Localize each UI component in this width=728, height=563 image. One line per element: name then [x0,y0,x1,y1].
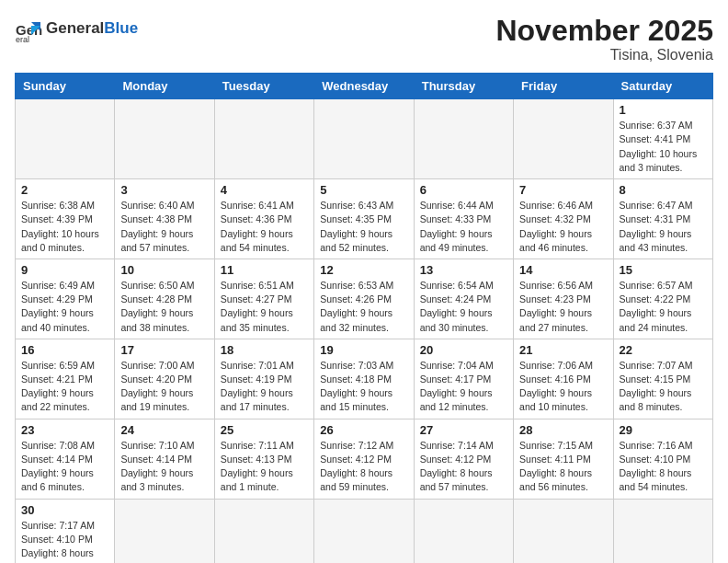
location-title: Tisina, Slovenia [495,47,713,63]
table-row: 3Sunrise: 6:40 AM Sunset: 4:38 PM Daylig… [115,179,214,259]
table-row: 9Sunrise: 6:49 AM Sunset: 4:29 PM Daylig… [16,259,115,339]
day-info: Sunrise: 7:15 AM Sunset: 4:11 PM Dayligh… [519,439,607,495]
table-row: 17Sunrise: 7:00 AM Sunset: 4:20 PM Dayli… [115,339,214,419]
table-row [613,499,712,563]
table-row [314,499,414,563]
day-info: Sunrise: 7:00 AM Sunset: 4:20 PM Dayligh… [120,359,208,415]
day-number: 24 [120,423,208,437]
day-info: Sunrise: 7:17 AM Sunset: 4:10 PM Dayligh… [21,519,108,563]
day-info: Sunrise: 7:10 AM Sunset: 4:14 PM Dayligh… [120,439,208,495]
day-info: Sunrise: 6:50 AM Sunset: 4:28 PM Dayligh… [120,279,208,335]
header-monday: Monday [115,74,214,99]
day-number: 30 [21,503,108,517]
day-info: Sunrise: 6:53 AM Sunset: 4:26 PM Dayligh… [320,279,407,335]
day-number: 1 [620,103,707,117]
table-row [214,99,313,179]
day-number: 11 [221,263,308,277]
table-row [115,499,214,563]
day-info: Sunrise: 6:59 AM Sunset: 4:21 PM Dayligh… [21,359,108,415]
day-info: Sunrise: 7:06 AM Sunset: 4:16 PM Dayligh… [519,359,607,415]
day-number: 25 [221,423,308,437]
logo-icon: Gen eral [15,15,42,42]
logo-text: GeneralBlue [46,20,138,38]
table-row: 7Sunrise: 6:46 AM Sunset: 4:32 PM Daylig… [514,179,613,259]
table-row: 25Sunrise: 7:11 AM Sunset: 4:13 PM Dayli… [214,419,313,499]
day-info: Sunrise: 7:16 AM Sunset: 4:10 PM Dayligh… [620,439,707,495]
table-row [514,99,613,179]
table-row: 2Sunrise: 6:38 AM Sunset: 4:39 PM Daylig… [16,179,115,259]
table-row: 15Sunrise: 6:57 AM Sunset: 4:22 PM Dayli… [613,259,712,339]
day-info: Sunrise: 7:12 AM Sunset: 4:12 PM Dayligh… [320,439,407,495]
day-info: Sunrise: 6:51 AM Sunset: 4:27 PM Dayligh… [221,279,308,335]
day-info: Sunrise: 6:41 AM Sunset: 4:36 PM Dayligh… [221,199,308,255]
header-thursday: Thursday [414,74,513,99]
day-number: 14 [519,263,607,277]
day-number: 3 [120,183,208,197]
day-number: 2 [21,183,108,197]
table-row: 16Sunrise: 6:59 AM Sunset: 4:21 PM Dayli… [16,339,115,419]
table-row: 11Sunrise: 6:51 AM Sunset: 4:27 PM Dayli… [214,259,313,339]
month-title: November 2025 [495,15,713,47]
table-row [16,99,115,179]
table-row: 29Sunrise: 7:16 AM Sunset: 4:10 PM Dayli… [613,419,712,499]
day-number: 13 [420,263,507,277]
table-row [115,99,214,179]
day-number: 12 [320,263,407,277]
day-info: Sunrise: 7:04 AM Sunset: 4:17 PM Dayligh… [420,359,507,415]
day-number: 21 [519,343,607,357]
day-info: Sunrise: 7:14 AM Sunset: 4:12 PM Dayligh… [420,439,507,495]
header-friday: Friday [514,74,613,99]
table-row: 5Sunrise: 6:43 AM Sunset: 4:35 PM Daylig… [314,179,414,259]
table-row: 14Sunrise: 6:56 AM Sunset: 4:23 PM Dayli… [514,259,613,339]
day-info: Sunrise: 6:44 AM Sunset: 4:33 PM Dayligh… [420,199,507,255]
weekday-header-row: Sunday Monday Tuesday Wednesday Thursday… [16,74,713,99]
day-number: 27 [420,423,507,437]
day-info: Sunrise: 6:57 AM Sunset: 4:22 PM Dayligh… [620,279,707,335]
table-row [414,99,513,179]
table-row: 27Sunrise: 7:14 AM Sunset: 4:12 PM Dayli… [414,419,513,499]
table-row: 23Sunrise: 7:08 AM Sunset: 4:14 PM Dayli… [16,419,115,499]
day-number: 9 [21,263,108,277]
day-number: 5 [320,183,407,197]
day-number: 19 [320,343,407,357]
logo: Gen eral GeneralBlue [15,15,138,42]
header-tuesday: Tuesday [214,74,313,99]
table-row [214,499,313,563]
header-sunday: Sunday [16,74,115,99]
table-row: 6Sunrise: 6:44 AM Sunset: 4:33 PM Daylig… [414,179,513,259]
table-row: 10Sunrise: 6:50 AM Sunset: 4:28 PM Dayli… [115,259,214,339]
table-row: 13Sunrise: 6:54 AM Sunset: 4:24 PM Dayli… [414,259,513,339]
svg-text:eral: eral [16,35,29,42]
day-number: 28 [519,423,607,437]
day-info: Sunrise: 6:49 AM Sunset: 4:29 PM Dayligh… [21,279,108,335]
table-row [514,499,613,563]
day-number: 29 [620,423,707,437]
table-row: 20Sunrise: 7:04 AM Sunset: 4:17 PM Dayli… [414,339,513,419]
day-info: Sunrise: 6:47 AM Sunset: 4:31 PM Dayligh… [620,199,707,255]
day-info: Sunrise: 6:56 AM Sunset: 4:23 PM Dayligh… [519,279,607,335]
table-row [414,499,513,563]
day-info: Sunrise: 7:11 AM Sunset: 4:13 PM Dayligh… [221,439,308,495]
table-row: 19Sunrise: 7:03 AM Sunset: 4:18 PM Dayli… [314,339,414,419]
table-row [314,99,414,179]
table-row: 4Sunrise: 6:41 AM Sunset: 4:36 PM Daylig… [214,179,313,259]
table-row: 24Sunrise: 7:10 AM Sunset: 4:14 PM Dayli… [115,419,214,499]
day-number: 8 [620,183,707,197]
calendar-table: Sunday Monday Tuesday Wednesday Thursday… [15,73,713,563]
day-info: Sunrise: 6:43 AM Sunset: 4:35 PM Dayligh… [320,199,407,255]
table-row: 21Sunrise: 7:06 AM Sunset: 4:16 PM Dayli… [514,339,613,419]
day-number: 15 [620,263,707,277]
calendar-title-area: November 2025 Tisina, Slovenia [495,15,713,63]
day-number: 18 [221,343,308,357]
day-number: 26 [320,423,407,437]
day-number: 23 [21,423,108,437]
day-info: Sunrise: 6:38 AM Sunset: 4:39 PM Dayligh… [21,199,108,255]
day-info: Sunrise: 6:37 AM Sunset: 4:41 PM Dayligh… [620,119,707,175]
day-number: 4 [221,183,308,197]
table-row: 8Sunrise: 6:47 AM Sunset: 4:31 PM Daylig… [613,179,712,259]
day-info: Sunrise: 7:03 AM Sunset: 4:18 PM Dayligh… [320,359,407,415]
day-number: 6 [420,183,507,197]
day-info: Sunrise: 6:46 AM Sunset: 4:32 PM Dayligh… [519,199,607,255]
day-number: 7 [519,183,607,197]
table-row: 28Sunrise: 7:15 AM Sunset: 4:11 PM Dayli… [514,419,613,499]
